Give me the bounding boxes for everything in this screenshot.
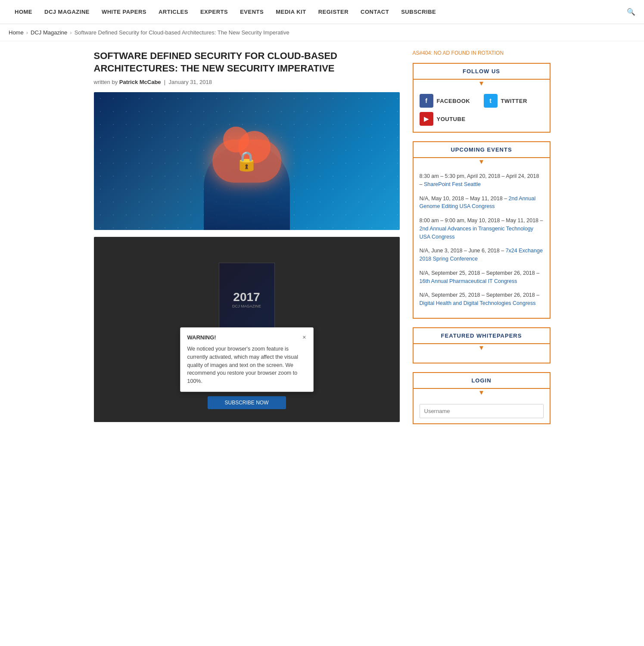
breadcrumb-home[interactable]: Home: [9, 29, 24, 36]
nav-item-articles[interactable]: ARTICLES: [152, 0, 194, 24]
breadcrumb-sep-2: ›: [70, 29, 72, 36]
nav-item-media-kit[interactable]: MEDIA KIT: [270, 0, 312, 24]
article-date: January 31, 2018: [168, 79, 212, 85]
facebook-link[interactable]: f FACEBOOK: [420, 94, 479, 108]
meta-separator: |: [162, 79, 168, 85]
breadcrumb-section[interactable]: DCJ Magazine: [31, 29, 67, 36]
article-meta: written by Patrick McCabe | January 31, …: [94, 79, 400, 85]
event-time-1: N/A, May 10, 2018 – May 11, 2018 –: [420, 196, 507, 202]
featured-whitepapers-header: FEATURED WHITEPAPERS: [414, 328, 550, 344]
event-link-5[interactable]: Digital Health and Digital Technologies …: [420, 300, 536, 306]
event-item-5: N/A, September 25, 2018 – September 26, …: [420, 291, 544, 307]
magazine-label: DCJ MAGAZINE: [232, 304, 261, 308]
written-by-label: written by: [94, 79, 118, 85]
warning-dialog: WARNING! × We noticed your browser's zoo…: [180, 327, 314, 392]
sidebar-ad: AS#404: NO AD FOUND IN ROTATION: [413, 50, 551, 56]
youtube-link[interactable]: ▶ YOUTUBE: [420, 112, 479, 126]
featured-whitepapers-section: FEATURED WHITEPAPERS ▾: [413, 327, 551, 363]
event-item-4: N/A, September 25, 2018 – September 26, …: [420, 269, 544, 286]
subscribe-button[interactable]: SUBSCRIBE NOW: [207, 396, 286, 409]
main-content: SOFTWARE DEFINED SECURITY FOR CLOUD-BASE…: [94, 50, 400, 433]
username-input[interactable]: [420, 404, 544, 418]
nav-item-white-papers[interactable]: WHITE PAPERS: [96, 0, 152, 24]
upcoming-events-header: UPCOMING EVENTS: [414, 142, 550, 158]
nav-links: HOME DCJ MAGAZINE WHITE PAPERS ARTICLES …: [9, 0, 442, 24]
event-link-2[interactable]: 2nd Annual Advances in Transgenic Techno…: [420, 226, 534, 240]
page-layout: SOFTWARE DEFINED SECURITY FOR CLOUD-BASE…: [85, 41, 559, 441]
upcoming-events-section: UPCOMING EVENTS ▾ 8:30 am – 5:30 pm, Apr…: [413, 141, 551, 319]
youtube-label: YOUTUBE: [437, 116, 466, 122]
event-time-3: N/A, June 3, 2018 – June 6, 2018 –: [420, 248, 504, 254]
event-link-4[interactable]: 16th Annual Pharmaceutical IT Congress: [420, 278, 517, 284]
login-body: [414, 399, 550, 423]
breadcrumb-sep-1: ›: [26, 29, 28, 36]
article-title: SOFTWARE DEFINED SECURITY FOR CLOUD-BASE…: [94, 50, 400, 75]
nav-item-dcj-magazine[interactable]: DCJ MAGAZINE: [38, 0, 96, 24]
youtube-icon: ▶: [420, 112, 433, 126]
warning-header: WARNING! ×: [187, 334, 306, 341]
nav-item-register[interactable]: REGISTER: [312, 0, 355, 24]
nav-item-experts[interactable]: EXPERTS: [194, 0, 234, 24]
facebook-icon: f: [420, 94, 433, 108]
nav-item-subscribe[interactable]: SUBSCRIBE: [395, 0, 442, 24]
breadcrumb-current: Software Defined Security for Cloud-base…: [75, 29, 289, 36]
twitter-link[interactable]: t TWITTER: [484, 94, 544, 108]
follow-us-section: FOLLOW US ▾ f FACEBOOK t TWITTER ▶ YOUTU…: [413, 63, 551, 133]
follow-us-arrow: ▾: [414, 79, 550, 87]
warning-title: WARNING!: [187, 334, 216, 341]
breadcrumb: Home › DCJ Magazine › Software Defined S…: [0, 24, 644, 41]
event-time-5: N/A, September 25, 2018 – September 26, …: [420, 292, 540, 298]
login-section: LOGIN ▾: [413, 372, 551, 424]
twitter-label: TWITTER: [501, 98, 527, 104]
main-nav: HOME DCJ MAGAZINE WHITE PAPERS ARTICLES …: [0, 0, 644, 24]
sidebar: AS#404: NO AD FOUND IN ROTATION FOLLOW U…: [413, 50, 551, 433]
event-link-0[interactable]: SharePoint Fest Seattle: [424, 181, 481, 187]
event-item-2: 8:00 am – 9:00 am, May 10, 2018 – May 11…: [420, 217, 544, 241]
event-time-2: 8:00 am – 9:00 am, May 10, 2018 – May 11…: [420, 217, 543, 224]
twitter-icon: t: [484, 94, 498, 108]
upcoming-events-body: 8:30 am – 5:30 pm, April 20, 2018 – Apri…: [414, 168, 550, 318]
featured-whitepapers-arrow: ▾: [414, 344, 550, 351]
lock-icon: 🔒: [235, 150, 258, 172]
featured-whitepapers-body: [414, 354, 550, 363]
article-author[interactable]: Patrick McCabe: [119, 79, 161, 85]
facebook-label: FACEBOOK: [437, 98, 470, 104]
social-links: f FACEBOOK t TWITTER ▶ YOUTUBE: [414, 90, 550, 132]
upcoming-events-arrow: ▾: [414, 158, 550, 165]
magazine-year: 2017: [233, 290, 260, 304]
hero-cloud-lock: 🔒: [212, 140, 281, 183]
login-arrow: ▾: [414, 388, 550, 396]
cloud-shape: 🔒: [212, 140, 281, 183]
magazine-inset: 2017 DCJ MAGAZINE: [219, 263, 275, 336]
event-item-1: N/A, May 10, 2018 – May 11, 2018 – 2nd A…: [420, 195, 544, 211]
follow-us-header: FOLLOW US: [414, 64, 550, 80]
event-time-4: N/A, September 25, 2018 – September 26, …: [420, 270, 540, 276]
event-item-0: 8:30 am – 5:30 pm, April 20, 2018 – Apri…: [420, 172, 544, 189]
second-image: 2017 DCJ MAGAZINE WARNING! × We noticed …: [94, 237, 400, 422]
nav-item-home[interactable]: HOME: [9, 0, 38, 24]
hero-image: 🔒: [94, 92, 400, 230]
warning-body: We noticed your browser's zoom feature i…: [187, 345, 306, 385]
event-item-3: N/A, June 3, 2018 – June 6, 2018 – 7x24 …: [420, 247, 544, 263]
warning-close-button[interactable]: ×: [302, 334, 306, 341]
search-icon[interactable]: 🔍: [627, 8, 635, 16]
nav-item-contact[interactable]: CONTACT: [355, 0, 395, 24]
login-header: LOGIN: [414, 373, 550, 389]
nav-item-events[interactable]: EVENTS: [234, 0, 270, 24]
